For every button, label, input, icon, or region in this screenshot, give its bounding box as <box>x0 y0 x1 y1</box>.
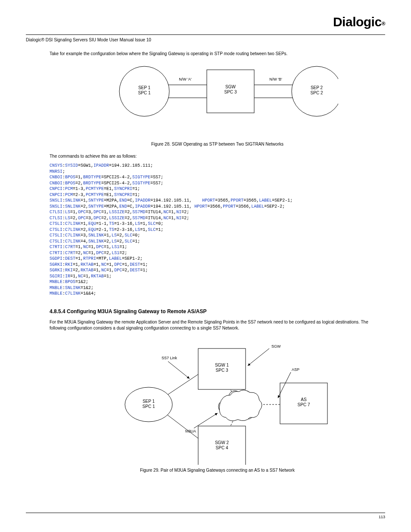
svg-text:SEP 1SPC 1: SEP 1SPC 1 <box>138 85 150 95</box>
svg-text:SS7 Link: SS7 Link <box>162 356 177 360</box>
config-code-block: CNSYS:SYSID=SGW1,IPADDR=194.192.185.111;… <box>50 163 385 297</box>
svg-text:SGW 2SPC 4: SGW 2SPC 4 <box>215 440 229 450</box>
svg-text:SGW 1SPC 3: SGW 1SPC 3 <box>215 363 229 373</box>
svg-text:SGW: SGW <box>271 344 281 348</box>
figure-2-diagram: SS7 Link SGW M3UA ASP SEP 1SPC 1 SGW 1SP… <box>106 336 330 465</box>
brand-logo: Dialogic® <box>333 15 385 29</box>
section-4-8-5-4-heading: 4.8.5.4 Configuring M3UA Signaling Gatew… <box>50 308 385 315</box>
intro-paragraph: Take for example the configuration below… <box>50 51 385 57</box>
figure-1-diagram: SEP 1SPC 1 SGWSPC 3 SEP 2SPC 2 N/W 'A' N… <box>97 61 338 139</box>
svg-text:ASP: ASP <box>292 367 299 372</box>
svg-text:M3UA: M3UA <box>185 429 196 433</box>
figure-2-caption: Figure 29. Pair of M3UA Signaling Gatewa… <box>50 467 385 473</box>
svg-line-27 <box>168 361 190 379</box>
page-footer: 113 <box>26 513 385 519</box>
section-4-8-5-4-body: For the M3UA Signaling Gateway the remot… <box>50 319 385 331</box>
svg-text:SEP 2SPC 2: SEP 2SPC 2 <box>310 85 323 95</box>
document-title: Dialogic® DSI Signaling Servers SIU Mode… <box>26 37 385 42</box>
svg-text:N/W 'A': N/W 'A' <box>179 77 192 81</box>
figure-1-caption: Figure 28. SGW Operating as STP between … <box>50 141 385 147</box>
svg-line-29 <box>248 348 269 366</box>
page-number: 113 <box>379 515 385 519</box>
code-intro: The commands to achieve this are as foll… <box>50 153 385 159</box>
svg-text:SGWSPC 3: SGWSPC 3 <box>224 84 237 94</box>
svg-text:SEP 1SPC 1: SEP 1SPC 1 <box>142 399 155 409</box>
svg-text:N/W 'B': N/W 'B' <box>269 77 282 81</box>
